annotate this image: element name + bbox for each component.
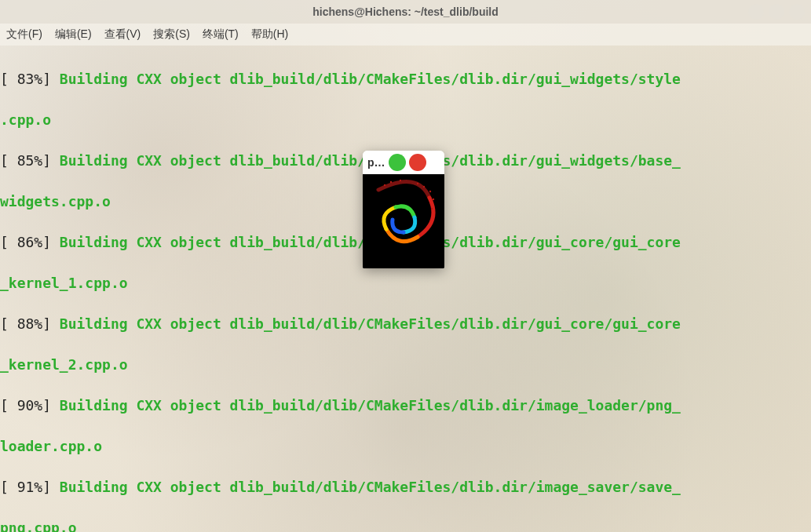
svg-point-8 bbox=[400, 180, 401, 181]
build-line-cont: .cpp.o bbox=[0, 110, 811, 130]
progress-pct: [ 91%] bbox=[0, 479, 60, 495]
popup-titlebar[interactable]: p… bbox=[363, 151, 444, 174]
menu-file[interactable]: 文件(F) bbox=[6, 27, 42, 42]
menu-terminal[interactable]: 终端(T) bbox=[203, 27, 239, 42]
svg-point-5 bbox=[431, 208, 433, 210]
progress-pct: [ 90%] bbox=[0, 397, 60, 414]
menu-help[interactable]: 帮助(H) bbox=[251, 27, 288, 42]
svg-point-1 bbox=[417, 183, 418, 184]
build-line-cont: _kernel_1.cpp.o bbox=[0, 273, 811, 293]
menu-edit[interactable]: 编辑(E) bbox=[55, 27, 92, 42]
progress-pct: [ 83%] bbox=[0, 71, 60, 87]
svg-point-4 bbox=[433, 199, 434, 200]
window-close-button[interactable] bbox=[789, 4, 805, 20]
build-line: Building CXX object dlib_build/dlib/CMak… bbox=[60, 315, 681, 332]
build-line: Building CXX object dlib_build/dlib/CMak… bbox=[60, 71, 681, 87]
window-maximize-button[interactable] bbox=[769, 4, 784, 20]
progress-pct: [ 86%] bbox=[0, 234, 60, 250]
build-line-cont: png.cpp.o bbox=[0, 518, 811, 532]
progress-pct: [ 88%] bbox=[0, 315, 60, 332]
popup-title: p… bbox=[367, 156, 385, 169]
popup-close-button[interactable] bbox=[409, 154, 426, 171]
build-line-cont: _kernel_2.cpp.o bbox=[0, 355, 811, 375]
point-cloud-canvas[interactable] bbox=[363, 174, 444, 268]
progress-pct: [ 85%] bbox=[0, 152, 60, 169]
svg-point-7 bbox=[390, 181, 392, 183]
build-line-cont: loader.cpp.o bbox=[0, 436, 811, 457]
menubar: 文件(F) 编辑(E) 查看(V) 搜索(S) 终端(T) 帮助(H) bbox=[0, 24, 811, 46]
svg-point-6 bbox=[384, 184, 385, 186]
window-minimize-button[interactable] bbox=[748, 4, 764, 20]
svg-point-2 bbox=[423, 186, 425, 188]
build-line: Building CXX object dlib_build/dlib/CMak… bbox=[60, 479, 681, 495]
build-line: Building CXX object dlib_build/dlib/CMak… bbox=[60, 397, 681, 414]
terminal-output[interactable]: [ 83%] Building CXX object dlib_build/dl… bbox=[0, 46, 811, 532]
window-title: hichens@Hichens: ~/test_dlib/build bbox=[312, 5, 499, 18]
menu-view[interactable]: 查看(V) bbox=[104, 27, 141, 42]
perspective-window[interactable]: p… bbox=[363, 151, 444, 268]
svg-point-3 bbox=[429, 191, 431, 192]
window-titlebar: hichens@Hichens: ~/test_dlib/build bbox=[0, 0, 811, 24]
menu-search[interactable]: 搜索(S) bbox=[153, 27, 190, 42]
window-controls bbox=[748, 4, 805, 20]
popup-maximize-button[interactable] bbox=[389, 154, 406, 171]
